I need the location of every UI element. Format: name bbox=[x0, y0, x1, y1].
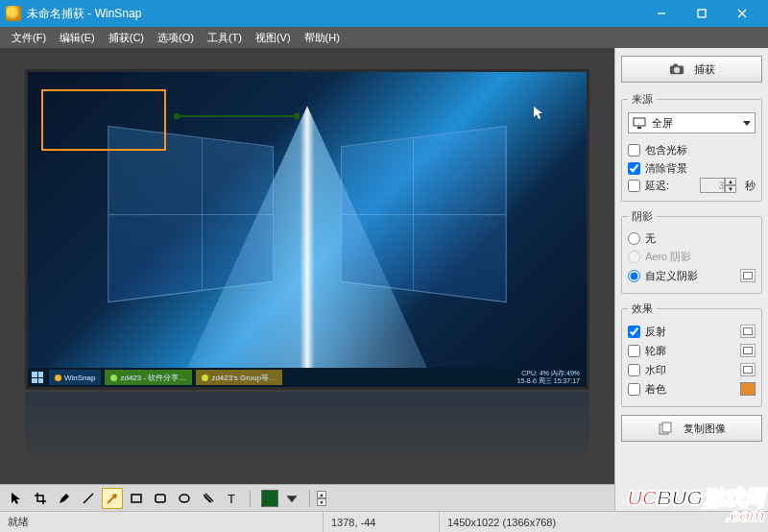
menu-tools[interactable]: 工具(T) bbox=[202, 27, 248, 48]
shadow-legend: 阴影 bbox=[628, 209, 657, 224]
monitor-icon bbox=[633, 117, 646, 129]
svg-rect-15 bbox=[673, 64, 677, 67]
tool-pen[interactable] bbox=[54, 488, 75, 509]
effect-outline-label: 轮廓 bbox=[645, 344, 666, 358]
effect-reflect-checkbox[interactable] bbox=[628, 326, 640, 338]
maximize-button[interactable] bbox=[682, 0, 722, 27]
delay-up[interactable]: ▲ bbox=[725, 178, 736, 185]
svg-rect-16 bbox=[634, 118, 645, 126]
shadow-none-row[interactable]: 无 bbox=[628, 230, 756, 248]
svg-rect-19 bbox=[662, 423, 671, 432]
tool-arrow[interactable] bbox=[102, 488, 123, 509]
close-button[interactable] bbox=[722, 0, 762, 27]
tool-crop[interactable] bbox=[30, 488, 51, 509]
tool-pointer[interactable] bbox=[6, 488, 27, 509]
svg-rect-17 bbox=[637, 127, 641, 129]
color-swatch[interactable] bbox=[261, 490, 278, 507]
effect-outline-row[interactable]: 轮廓 bbox=[628, 341, 756, 360]
toolbar-separator-2 bbox=[309, 490, 310, 507]
captured-taskbar: WinSnap zd423 - 软件分享… zd423's Group等… CP… bbox=[28, 368, 587, 387]
shadow-custom-row[interactable]: 自定义阴影 bbox=[628, 266, 756, 285]
svg-rect-6 bbox=[132, 495, 141, 502]
copy-icon bbox=[659, 422, 674, 435]
shadow-aero-label: Aero 阴影 bbox=[645, 250, 691, 264]
statusbar: 就绪 1378, -44 1450x1022 (1366x768) bbox=[0, 511, 768, 532]
taskbar-item-winsnap: WinSnap bbox=[49, 370, 101, 385]
effects-legend: 效果 bbox=[628, 302, 657, 316]
delay-down[interactable]: ▼ bbox=[725, 185, 736, 193]
menu-view[interactable]: 视图(V) bbox=[250, 27, 297, 48]
shadow-custom-config[interactable] bbox=[740, 269, 756, 282]
toolbar-separator bbox=[250, 490, 251, 507]
canvas-area[interactable]: WinSnap zd423 - 软件分享… zd423's Group等… CP… bbox=[0, 48, 614, 484]
tool-text[interactable]: T bbox=[222, 488, 243, 509]
delay-input[interactable] bbox=[700, 178, 725, 193]
effect-outline-checkbox[interactable] bbox=[628, 345, 640, 357]
shadow-none-radio[interactable] bbox=[628, 232, 640, 245]
svg-line-5 bbox=[108, 495, 116, 503]
taskbar-item-3: zd423's Group等… bbox=[196, 370, 282, 385]
effect-tint-checkbox[interactable] bbox=[628, 383, 640, 396]
effect-outline-config[interactable] bbox=[740, 344, 756, 357]
wallpaper-pane-right bbox=[341, 125, 507, 302]
minimize-button[interactable] bbox=[641, 0, 682, 27]
canvas-pane: WinSnap zd423 - 软件分享… zd423's Group等… CP… bbox=[0, 48, 614, 511]
chevron-down-icon bbox=[743, 121, 751, 126]
source-mode-combo[interactable]: 全屏 bbox=[628, 112, 756, 133]
drawing-toolbar: T ▲▼ bbox=[0, 484, 614, 511]
delay-row: 延迟: ▲▼ 秒 bbox=[628, 178, 756, 193]
tool-rect[interactable] bbox=[126, 488, 147, 509]
menu-capture[interactable]: 捕获(C) bbox=[103, 27, 150, 48]
tool-ellipse[interactable] bbox=[174, 488, 195, 509]
svg-rect-7 bbox=[156, 495, 165, 502]
tool-roundrect[interactable] bbox=[150, 488, 171, 509]
menubar: 文件(F) 编辑(E) 捕获(C) 选项(O) 工具(T) 视图(V) 帮助(H… bbox=[0, 27, 768, 48]
status-dims: 1450x1022 (1366x768) bbox=[440, 517, 768, 528]
stroke-width-spinner[interactable]: ▲▼ bbox=[317, 491, 326, 506]
source-mode-label: 全屏 bbox=[652, 116, 743, 131]
window-title: 未命名捕获 - WinSnap bbox=[27, 6, 641, 22]
taskbar-tray: CPU: 4% 内存:49%15-8-6 周三 15:37:17 bbox=[517, 370, 583, 385]
effect-tint-label: 着色 bbox=[645, 382, 666, 397]
annotation-line[interactable] bbox=[177, 115, 297, 117]
app-icon bbox=[6, 6, 21, 21]
shadow-group: 阴影 无 Aero 阴影 自定义阴影 bbox=[621, 209, 762, 294]
effect-watermark-label: 水印 bbox=[645, 363, 666, 377]
delay-checkbox[interactable] bbox=[628, 180, 640, 192]
delay-unit: 秒 bbox=[745, 179, 756, 193]
tool-line[interactable] bbox=[78, 488, 99, 509]
shadow-custom-label: 自定义阴影 bbox=[645, 269, 698, 283]
titlebar: 未命名捕获 - WinSnap bbox=[0, 0, 768, 27]
copy-image-button[interactable]: 复制图像 bbox=[621, 415, 762, 442]
menu-file[interactable]: 文件(F) bbox=[6, 27, 52, 48]
include-cursor-row[interactable]: 包含光标 bbox=[628, 141, 756, 159]
effect-watermark-row[interactable]: 水印 bbox=[628, 360, 756, 379]
tool-highlight[interactable] bbox=[198, 488, 219, 509]
selection-rectangle[interactable] bbox=[41, 89, 166, 151]
clear-bg-row[interactable]: 清除背景 bbox=[628, 159, 756, 178]
clear-bg-checkbox[interactable] bbox=[628, 162, 640, 175]
effect-reflect-row[interactable]: 反射 bbox=[628, 322, 756, 341]
camera-icon bbox=[669, 62, 684, 76]
svg-line-4 bbox=[84, 494, 93, 503]
effect-watermark-checkbox[interactable] bbox=[628, 364, 640, 376]
captured-screenshot[interactable]: WinSnap zd423 - 软件分享… zd423's Group等… CP… bbox=[25, 69, 589, 390]
menu-options[interactable]: 选项(O) bbox=[152, 27, 200, 48]
color-dropdown[interactable] bbox=[281, 488, 302, 509]
svg-point-14 bbox=[673, 67, 679, 73]
status-coords: 1378, -44 bbox=[324, 517, 439, 528]
menu-edit[interactable]: 编辑(E) bbox=[54, 27, 101, 48]
effects-group: 效果 反射 轮廓 水印 着色 bbox=[621, 302, 762, 407]
menu-help[interactable]: 帮助(H) bbox=[299, 27, 346, 48]
effect-tint-color[interactable] bbox=[740, 382, 756, 396]
clear-bg-label: 清除背景 bbox=[645, 161, 687, 176]
effect-reflect-config[interactable] bbox=[740, 325, 756, 338]
delay-label: 延迟: bbox=[645, 179, 669, 193]
capture-button[interactable]: 捕获 bbox=[621, 56, 762, 83]
include-cursor-checkbox[interactable] bbox=[628, 144, 640, 157]
effect-tint-row[interactable]: 着色 bbox=[628, 379, 756, 399]
shadow-custom-radio[interactable] bbox=[628, 270, 640, 282]
cursor-icon bbox=[534, 107, 543, 124]
source-group: 来源 全屏 包含光标 清除背景 延迟: ▲▼ bbox=[621, 92, 762, 202]
effect-watermark-config[interactable] bbox=[740, 363, 756, 376]
